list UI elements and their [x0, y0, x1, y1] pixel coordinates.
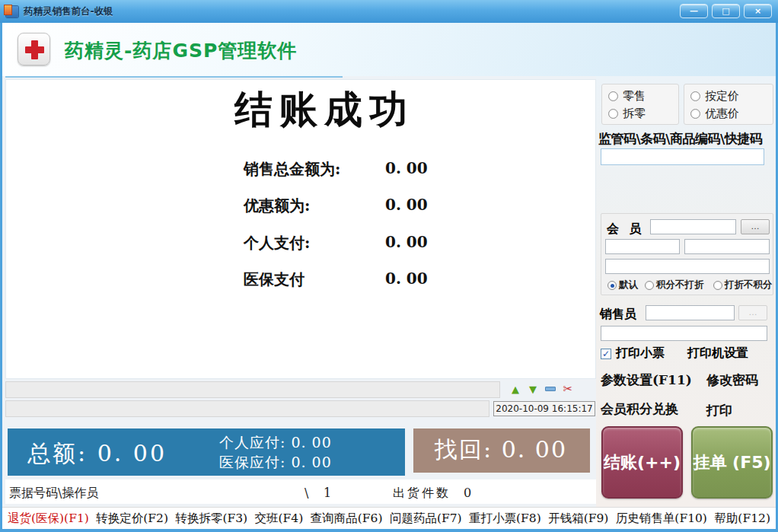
- scroll-down-icon[interactable]: ▼: [526, 382, 540, 396]
- points-exchange-link[interactable]: 会员积分兑换: [601, 400, 678, 418]
- fk-return-f1[interactable]: 退货(医保)(F1): [8, 511, 89, 527]
- member-groupbox: 会 员 … 默认 积分不打折 打折不积分: [601, 213, 773, 295]
- radio-fixed-price[interactable]: 按定价: [690, 89, 739, 104]
- insurance-due-label: 医保应付:: [219, 454, 285, 470]
- fk-help-f12[interactable]: 帮助(F12): [714, 511, 770, 527]
- titlebar: 药精灵销售前台-收银 — □ ×: [0, 0, 778, 23]
- print-receipt-checkbox[interactable]: ✓: [601, 349, 611, 359]
- receipt-info-row: 票据号码\操作员 \ 1 出货件数 0: [5, 479, 596, 504]
- maximize-button[interactable]: □: [712, 4, 740, 18]
- cross-horizontal: [25, 46, 44, 53]
- radio-default-circle-icon: [607, 281, 617, 290]
- window-border-left: [0, 23, 2, 532]
- fk-split-f3[interactable]: 转换拆零(F3): [175, 511, 247, 527]
- checkout-button[interactable]: 结账(++): [601, 426, 683, 499]
- fk-shift-change-f4[interactable]: 交班(F4): [255, 511, 304, 527]
- discount-row: 优惠额为: 0. 00: [244, 196, 428, 216]
- member-more-button[interactable]: …: [741, 219, 770, 234]
- personal-due-line: 个人应付: 0. 00: [219, 432, 332, 452]
- minimize-button[interactable]: —: [680, 4, 708, 18]
- window-border-bottom: [0, 529, 778, 532]
- fk-problem-drugs-f7[interactable]: 问题药品(F7): [390, 511, 462, 527]
- radio-discount-price[interactable]: 优惠价: [690, 107, 739, 121]
- print-link[interactable]: 打印: [706, 402, 732, 419]
- change-password-link[interactable]: 修改密码: [706, 371, 758, 389]
- scroll-up-icon[interactable]: ▲: [509, 382, 522, 396]
- insurance-pay-value: 0. 00: [385, 269, 428, 290]
- radio-points-no-discount-label: 积分不打折: [656, 279, 704, 291]
- app-window-icon: [6, 6, 18, 18]
- checkout-result-area: 结账成功 销售总金额为: 0. 00 优惠额为: 0. 00 个人支付: 0. …: [5, 79, 596, 379]
- radio-discount-no-points[interactable]: 打折不积分: [713, 279, 773, 291]
- close-button[interactable]: ×: [744, 4, 772, 18]
- radio-retail-label: 零售: [623, 89, 646, 104]
- radio-split-label: 拆零: [623, 107, 646, 121]
- radio-split-circle-icon: [608, 109, 618, 119]
- radio-default-label: 默认: [619, 279, 638, 291]
- personal-due-label: 个人应付:: [219, 434, 285, 451]
- salesperson-more-button[interactable]: …: [738, 305, 767, 320]
- personal-due-value: 0. 00: [291, 434, 331, 451]
- sales-total-label: 销售总金额为:: [244, 159, 385, 180]
- scroll-icon-group: ▲ ▼ ✂: [509, 382, 575, 396]
- discount-label: 优惠额为:: [244, 196, 385, 216]
- fk-fixed-price-f2[interactable]: 转换定价(F2): [96, 511, 168, 527]
- print-receipt-row: ✓ 打印小票: [601, 346, 665, 362]
- salesperson-label: 销售员: [600, 307, 636, 323]
- totals-panel: 总额: 0. 00 个人应付: 0. 00 医保应付: 0. 00: [8, 428, 405, 476]
- radio-default[interactable]: 默认: [607, 279, 638, 291]
- window-controls: — □ ×: [680, 4, 772, 18]
- barcode-input[interactable]: [601, 148, 764, 165]
- insurance-due-value: 0. 00: [291, 454, 331, 470]
- salesperson-input[interactable]: [646, 305, 735, 320]
- change-value: 0. 00: [502, 436, 567, 463]
- discount-mode-row: 默认 积分不打折 打折不积分: [601, 278, 774, 291]
- salesperson-name-input[interactable]: [601, 326, 767, 341]
- minus-bar: [545, 387, 556, 391]
- app-window: 药精灵销售前台-收银 — □ × 药精灵-药店GSP管理软件 结账成功 销售总金…: [0, 0, 778, 532]
- receipt-slash: \: [305, 486, 308, 500]
- red-cross-logo-icon: [18, 33, 50, 65]
- fk-reprint-f8[interactable]: 重打小票(F8): [469, 511, 541, 527]
- insurance-pay-row: 医保支付 0. 00: [244, 269, 428, 290]
- sales-total-value: 0. 00: [385, 159, 428, 180]
- receipt-operator-label: 票据号码\操作员: [9, 486, 98, 502]
- print-receipt-label: 打印小票: [616, 346, 665, 362]
- member-name-input[interactable]: [605, 239, 680, 254]
- fk-query-goods-f6[interactable]: 查询商品(F6): [311, 511, 383, 527]
- member-card-input[interactable]: [684, 239, 770, 254]
- personal-pay-value: 0. 00: [385, 233, 428, 253]
- printer-settings-link[interactable]: 打印机设置: [687, 346, 748, 362]
- fk-history-f10[interactable]: 历史销售单(F10): [616, 511, 707, 527]
- member-info-input[interactable]: [605, 259, 770, 274]
- fk-cash-drawer-f9[interactable]: 开钱箱(F9): [548, 511, 608, 527]
- radio-retail[interactable]: 零售: [608, 89, 646, 104]
- header-underline: [5, 76, 343, 78]
- member-label: 会 员: [607, 221, 645, 237]
- due-lines: 个人应付: 0. 00 医保应付: 0. 00: [219, 432, 332, 472]
- member-input[interactable]: [650, 219, 736, 234]
- insurance-pay-label: 医保支付: [244, 269, 385, 290]
- total-amount: 总额: 0. 00: [27, 438, 167, 470]
- header: 药精灵-药店GSP管理软件: [2, 23, 776, 76]
- status-strip-bottom: [5, 400, 489, 417]
- shipped-items-value: 0: [464, 486, 471, 500]
- sale-mode-groupbox: 零售 拆零: [601, 84, 679, 125]
- insurance-due-line: 医保应付: 0. 00: [219, 452, 332, 472]
- hold-order-button[interactable]: 挂单 (F5): [691, 426, 773, 499]
- radio-points-no-discount-circle-icon: [645, 281, 654, 290]
- radio-fixed-price-label: 按定价: [705, 89, 739, 104]
- receipt-count: 1: [324, 486, 331, 500]
- change-panel: 找回: 0. 00: [413, 428, 590, 473]
- app-title: 药精灵-药店GSP管理软件: [65, 38, 297, 63]
- radio-discount-price-label: 优惠价: [705, 107, 739, 121]
- params-settings-link[interactable]: 参数设置(F11): [601, 371, 692, 389]
- radio-fixed-price-circle-icon: [690, 91, 700, 101]
- barcode-field-label: 监管码\条码\商品编码\快捷码: [598, 130, 762, 148]
- radio-discount-no-points-circle-icon: [713, 281, 722, 290]
- change-label: 找回:: [435, 436, 493, 463]
- radio-points-no-discount[interactable]: 积分不打折: [645, 279, 704, 291]
- radio-split[interactable]: 拆零: [608, 107, 646, 121]
- cut-icon[interactable]: ✂: [561, 382, 575, 396]
- minus-icon[interactable]: [544, 382, 557, 396]
